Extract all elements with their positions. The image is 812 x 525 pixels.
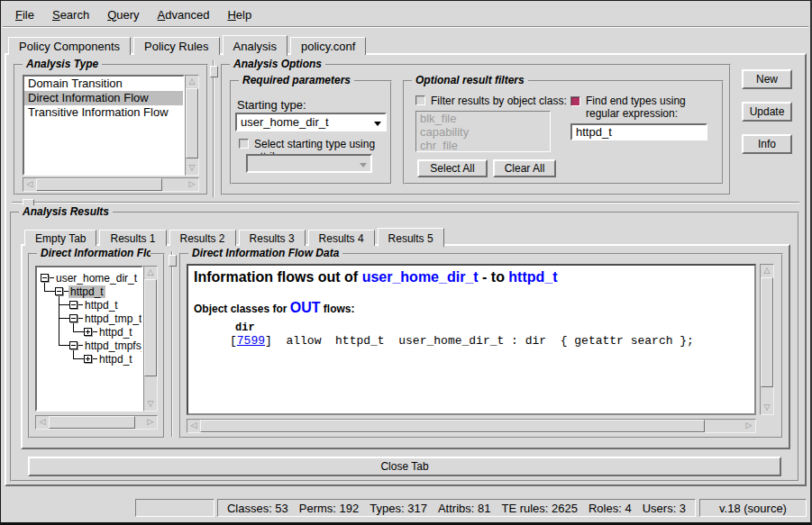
scrollbar-right-arrow[interactable]: ▷: [743, 420, 755, 432]
tree-node[interactable]: httpd_tmp_t: [83, 312, 143, 325]
menu-file[interactable]: File: [6, 5, 43, 25]
analysis-type-vscrollbar[interactable]: △ ▽: [185, 75, 199, 176]
tab-results-5[interactable]: Results 5: [378, 228, 444, 248]
optional-result-filters-frame: Optional result filters Filter results b…: [403, 80, 724, 185]
scrollbar-down-arrow[interactable]: ▽: [761, 402, 773, 414]
scrollbar-trough[interactable]: [705, 420, 743, 432]
tree-node-selected[interactable]: httpd_t: [68, 285, 105, 298]
tree-node[interactable]: httpd_tmpfs_t: [83, 339, 143, 352]
stat-users: Users: 3: [643, 502, 686, 515]
scrollbar-left-arrow[interactable]: ◁: [23, 178, 36, 191]
flow-tree[interactable]: user_home_dir_t httpd_t httpd_t: [35, 266, 143, 412]
flow-direction: OUT: [290, 300, 321, 315]
list-item-selected[interactable]: Direct Information Flow: [24, 91, 183, 105]
attrib-combobox-disabled[interactable]: [246, 154, 372, 173]
flow-data-title: Direct Information Flow Data: [188, 247, 342, 259]
stat-classes: Classes: 53: [227, 502, 288, 515]
analysis-page: Analysis Type Domain Transition Direct I…: [5, 53, 807, 486]
optional-result-filters-title: Optional result filters: [412, 74, 528, 86]
scrollbar-thumb[interactable]: [49, 416, 135, 429]
info-button[interactable]: Info: [742, 134, 792, 154]
pane-sash-vertical[interactable]: [210, 60, 218, 197]
status-empty-box: [135, 499, 214, 517]
analysis-type-listbox[interactable]: Domain Transition Direct Information Flo…: [23, 75, 185, 176]
pane-sash-horizontal[interactable]: [12, 199, 799, 207]
tree-collapse-icon[interactable]: [55, 287, 63, 295]
scrollbar-thumb[interactable]: [186, 88, 198, 158]
attrib-checkbox[interactable]: [239, 139, 249, 149]
scrollbar-down-arrow[interactable]: ▽: [186, 162, 198, 175]
menu-search[interactable]: Search: [43, 5, 98, 25]
tree-expand-icon[interactable]: [84, 355, 92, 363]
scrollbar-up-arrow[interactable]: △: [144, 267, 157, 279]
flow-data-text[interactable]: Information flows out of user_home_dir_t…: [187, 264, 756, 415]
list-item-disabled: chr_file: [416, 139, 550, 152]
analysis-type-hscrollbar[interactable]: ◁ ▷: [23, 177, 199, 192]
scrollbar-left-arrow[interactable]: ◁: [36, 416, 49, 429]
apol-main-window: File Search Query Advanced Help Policy C…: [0, 0, 812, 525]
tab-results-3[interactable]: Results 3: [239, 230, 306, 246]
tree-node[interactable]: httpd_t: [83, 299, 120, 312]
tree-line: [59, 304, 69, 305]
scrollbar-right-arrow[interactable]: ▷: [186, 178, 198, 191]
scrollbar-thumb[interactable]: [144, 279, 157, 376]
tree-hscrollbar[interactable]: ◁ ▷: [35, 415, 158, 430]
regex-input[interactable]: [570, 123, 707, 140]
scrollbar-up-arrow[interactable]: △: [761, 265, 773, 277]
tab-results-1[interactable]: Results 1: [99, 230, 166, 246]
list-item-disabled: blk_file: [416, 112, 550, 125]
scrollbar-down-arrow[interactable]: ▽: [144, 398, 157, 411]
sash-handle[interactable]: [210, 66, 218, 77]
list-item[interactable]: Domain Transition: [24, 77, 183, 91]
tree-vscrollbar[interactable]: △ ▽: [143, 266, 158, 412]
scrollbar-thumb[interactable]: [761, 277, 773, 387]
chevron-down-icon[interactable]: [370, 116, 385, 129]
analysis-results-title: Analysis Results: [19, 205, 113, 218]
results-sash-vertical[interactable]: [169, 251, 177, 437]
scrollbar-trough[interactable]: [162, 178, 186, 191]
select-all-button[interactable]: Select All: [417, 159, 488, 177]
scrollbar-thumb[interactable]: [200, 420, 705, 432]
menu-help[interactable]: Help: [218, 5, 260, 25]
flow-heading: Information flows out of user_home_dir_t…: [194, 269, 749, 285]
tree-node[interactable]: httpd_t: [97, 353, 134, 366]
scrollbar-trough[interactable]: [761, 387, 773, 402]
menu-query[interactable]: Query: [98, 5, 148, 25]
results-page: Direct Information Flow T: [21, 244, 790, 449]
tree-collapse-icon[interactable]: [69, 341, 78, 349]
stat-roles: Roles: 4: [588, 502, 632, 515]
data-hscrollbar[interactable]: ◁ ▷: [187, 419, 756, 433]
stat-perms: Perms: 192: [299, 502, 359, 515]
tree-collapse-icon[interactable]: [41, 274, 49, 282]
tree-collapse-icon[interactable]: [69, 301, 78, 309]
starting-type-combobox[interactable]: user_home_dir_t: [235, 113, 387, 131]
scrollbar-right-arrow[interactable]: ▷: [144, 416, 157, 429]
scrollbar-trough[interactable]: [144, 376, 157, 398]
menu-advanced[interactable]: Advanced: [149, 5, 219, 25]
scrollbar-left-arrow[interactable]: ◁: [187, 420, 200, 432]
tab-results-2[interactable]: Results 2: [169, 230, 236, 246]
object-class-filter-checkbox[interactable]: [415, 95, 425, 105]
scrollbar-thumb[interactable]: [36, 178, 162, 191]
close-tab-button[interactable]: Close Tab: [28, 457, 781, 476]
clear-all-button[interactable]: Clear All: [493, 159, 556, 177]
tab-policy-rules[interactable]: Policy Rules: [133, 37, 220, 55]
sash-handle[interactable]: [169, 255, 177, 267]
tab-empty[interactable]: Empty Tab: [24, 230, 96, 246]
tree-node[interactable]: user_home_dir_t: [54, 272, 139, 285]
tab-analysis[interactable]: Analysis: [223, 35, 287, 57]
tree-node[interactable]: httpd_t: [97, 326, 134, 339]
new-button[interactable]: New: [742, 69, 792, 89]
rule-number-link[interactable]: 7599: [237, 334, 265, 348]
regex-checkbox-checked[interactable]: [570, 96, 580, 106]
update-button[interactable]: Update: [742, 102, 792, 122]
tab-results-4[interactable]: Results 4: [308, 230, 375, 246]
tree-collapse-icon[interactable]: [69, 314, 78, 322]
tab-policy-conf[interactable]: policy.conf: [290, 37, 366, 55]
data-vscrollbar[interactable]: △ ▽: [760, 264, 774, 415]
tree-expand-icon[interactable]: [84, 328, 92, 336]
scrollbar-up-arrow[interactable]: △: [186, 76, 198, 88]
list-item[interactable]: Transitive Information Flow: [24, 105, 183, 120]
scrollbar-trough[interactable]: [135, 416, 144, 429]
tab-policy-components[interactable]: Policy Components: [8, 37, 131, 55]
